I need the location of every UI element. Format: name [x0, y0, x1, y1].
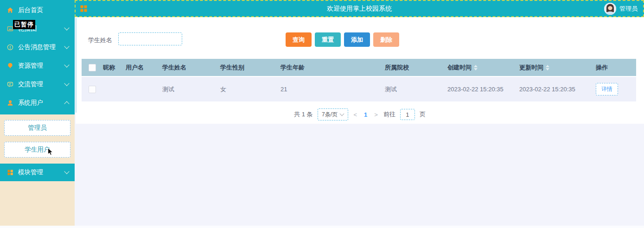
sidebar-subitem-label: 学生用户 — [25, 146, 50, 154]
sidebar-item-resources[interactable]: 资源管理 — [0, 57, 75, 75]
total-count-label: 共 1 条 — [294, 110, 312, 119]
sidebar-item-communication[interactable]: 交流管理 — [0, 75, 75, 94]
info-icon — [6, 44, 14, 51]
table-header-row: 昵称 用户名 学生姓名 学生性别 学生年龄 所属院校 创建时间 更新时间 操作 — [82, 59, 636, 76]
select-all-checkbox[interactable] — [89, 64, 96, 71]
chevron-down-icon — [64, 25, 69, 30]
content-panel: 学生姓名 查询 重置 添加 删除 昵称 用户名 学生姓名 学生性别 学生年龄 所… — [76, 17, 644, 124]
delete-button[interactable]: 删除 — [373, 32, 399, 47]
pagination: 共 1 条 7条/页 < 1 > 前往 页 — [76, 108, 644, 120]
row-checkbox[interactable] — [89, 86, 96, 93]
username-label: 管理员 — [619, 5, 638, 13]
reset-button[interactable]: 重置 — [315, 32, 341, 47]
sidebar-item-label: 模块管理 — [18, 168, 61, 177]
column-header: 用户名 — [126, 63, 162, 72]
avatar — [604, 3, 616, 15]
cell-student-name: 测试 — [162, 85, 220, 94]
students-table: 昵称 用户名 学生姓名 学生性别 学生年龄 所属院校 创建时间 更新时间 操作 … — [82, 59, 636, 101]
column-header: 学生性别 — [220, 63, 281, 72]
column-header-sortable[interactable]: 更新时间 — [519, 63, 596, 72]
sidebar-subitem-admin[interactable]: 管理员 — [4, 120, 70, 136]
column-header: 操作 — [596, 63, 636, 72]
table-row: 测试 女 21 测试 2023-02-22 15:20:35 2023-02-2… — [82, 76, 636, 101]
column-header: 学生姓名 — [162, 63, 220, 72]
query-button[interactable]: 查询 — [286, 32, 312, 47]
toolbar: 查询 重置 添加 删除 — [286, 32, 399, 47]
sidebar-subitem-label: 管理员 — [28, 124, 47, 132]
chevron-up-icon — [64, 101, 69, 106]
column-header: 学生年龄 — [281, 63, 385, 72]
system-users-submenu: 管理员 学生用户 — [0, 114, 75, 158]
sort-icon[interactable] — [474, 65, 478, 70]
sidebar-item-carousel[interactable]: 轮播图 — [0, 19, 75, 38]
sidebar-subitem-student-user[interactable]: 学生用户 — [4, 142, 70, 158]
home-icon — [6, 6, 14, 14]
sidebar-item-label: 公告消息管理 — [18, 43, 61, 51]
sidebar-item-modules[interactable]: 模块管理 — [0, 164, 75, 181]
add-button[interactable]: 添加 — [344, 32, 370, 47]
current-page-button[interactable]: 1 — [363, 111, 369, 118]
student-name-input[interactable] — [118, 32, 182, 45]
detail-button[interactable]: 详情 — [596, 83, 618, 95]
user-icon — [6, 99, 14, 107]
cell-school: 测试 — [385, 85, 447, 94]
sidebar-item-label: 交流管理 — [18, 80, 61, 89]
page-unit-label: 页 — [420, 110, 426, 119]
student-name-label: 学生姓名 — [88, 36, 112, 44]
chat-icon — [6, 81, 14, 88]
column-header: 所属院校 — [385, 63, 447, 72]
cell-gender: 女 — [220, 85, 281, 94]
chevron-down-icon — [64, 81, 69, 86]
sidebar-item-label: 系统用户 — [18, 99, 61, 107]
top-header: 欢迎使用掌上校园系统 管理员 — [75, 0, 644, 17]
goto-label: 前往 — [383, 110, 395, 119]
next-page-button[interactable]: > — [373, 111, 379, 118]
sidebar-item-label: 后台首页 — [18, 6, 69, 14]
page-title: 欢迎使用掌上校园系统 — [76, 5, 643, 13]
sort-icon[interactable] — [546, 65, 549, 70]
pin-icon — [6, 62, 14, 70]
column-header: 创建时间 — [447, 63, 472, 72]
sidebar: 后台首页 轮播图 公告消息管理 资源管理 交流 — [0, 0, 75, 226]
column-header: 昵称 — [103, 63, 126, 72]
column-header: 更新时间 — [519, 63, 543, 72]
grid-icon — [6, 169, 14, 176]
page-size-value: 7条/页 — [322, 111, 338, 119]
apps-grid-icon[interactable] — [80, 5, 87, 12]
sidebar-item-home[interactable]: 后台首页 — [0, 1, 75, 19]
paused-overlay-tooltip: 已暂停 — [13, 20, 35, 29]
sidebar-menu: 后台首页 轮播图 公告消息管理 资源管理 交流 — [0, 0, 75, 114]
mouse-cursor-icon — [47, 148, 54, 156]
cell-updated-at: 2023-02-22 15:20:35 — [519, 86, 596, 93]
chevron-down-icon — [64, 44, 69, 49]
cell-age: 21 — [281, 86, 385, 93]
column-header-sortable[interactable]: 创建时间 — [447, 63, 519, 72]
chevron-down-icon — [340, 112, 344, 116]
goto-page-input[interactable] — [400, 109, 415, 120]
sidebar-item-system-users[interactable]: 系统用户 — [0, 94, 75, 112]
sidebar-item-label: 资源管理 — [18, 62, 61, 70]
bottom-scroll-strip — [0, 226, 644, 228]
user-menu[interactable]: 管理员 — [604, 3, 638, 15]
chevron-down-icon — [64, 62, 69, 67]
sidebar-item-announcements[interactable]: 公告消息管理 — [0, 38, 75, 57]
prev-page-button[interactable]: < — [353, 111, 358, 118]
cell-created-at: 2023-02-22 15:20:35 — [447, 86, 519, 93]
chevron-down-icon — [64, 169, 69, 174]
page-size-select[interactable]: 7条/页 — [318, 108, 348, 120]
